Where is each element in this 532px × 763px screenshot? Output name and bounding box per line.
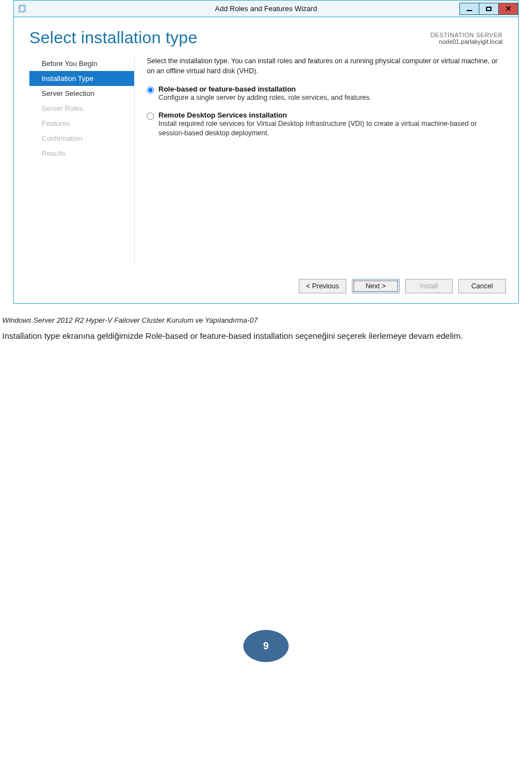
destination-server-value: node01.parlakyigit.local [431, 38, 503, 45]
option-role-based-title: Role-based or feature-based installation [158, 85, 499, 93]
sidebar-item-installation-type[interactable]: Installation Type [29, 71, 134, 86]
window-controls: ✕ [460, 3, 518, 15]
wizard-window: Add Roles and Features Wizard ✕ Select i… [13, 0, 519, 304]
previous-button[interactable]: < Previous [299, 279, 346, 293]
sidebar-item-server-roles: Server Roles [29, 101, 134, 116]
option-role-based-radio[interactable] [147, 87, 154, 94]
cancel-button[interactable]: Cancel [458, 279, 506, 293]
sidebar-item-results: Results [29, 146, 134, 161]
maximize-button[interactable] [479, 3, 499, 15]
minimize-button[interactable] [459, 3, 479, 15]
option-role-based[interactable]: Role-based or feature-based installation… [147, 85, 499, 103]
option-rds-title: Remote Desktop Services installation [158, 111, 499, 119]
page-number-badge: 9 [243, 630, 289, 662]
wizard-button-row: < Previous Next > Install Cancel [14, 271, 518, 303]
option-rds-radio[interactable] [147, 113, 154, 120]
sidebar-item-server-selection[interactable]: Server Selection [29, 86, 134, 101]
sidebar-item-features: Features [29, 116, 134, 131]
sidebar-item-confirmation: Confirmation [29, 131, 134, 146]
sidebar-item-before-you-begin[interactable]: Before You Begin [29, 56, 134, 71]
page-title: Select installation type [29, 28, 197, 47]
close-button[interactable]: ✕ [498, 3, 518, 15]
option-role-based-desc: Configure a single server by adding role… [158, 93, 499, 103]
wizard-icon [17, 4, 27, 14]
destination-server-label: DESTINATION SERVER [431, 32, 503, 38]
figure-caption: Windows Server 2012 R2 Hyper-V Failover … [0, 316, 532, 324]
next-button[interactable]: Next > [352, 279, 400, 293]
option-rds[interactable]: Remote Desktop Services installation Ins… [147, 111, 499, 139]
wizard-main: Select the installation type. You can in… [135, 55, 503, 266]
install-button: Install [405, 279, 453, 293]
window-title: Add Roles and Features Wizard [14, 4, 518, 13]
destination-server-box: DESTINATION SERVER node01.parlakyigit.lo… [431, 28, 503, 45]
option-rds-desc: Install required role services for Virtu… [158, 119, 499, 139]
wizard-sidebar: Before You Begin Installation Type Serve… [29, 55, 135, 266]
intro-text: Select the installation type. You can in… [147, 56, 499, 76]
window-titlebar: Add Roles and Features Wizard ✕ [14, 1, 518, 17]
body-paragraph: Installation type ekranına geldiğimizde … [0, 330, 532, 342]
